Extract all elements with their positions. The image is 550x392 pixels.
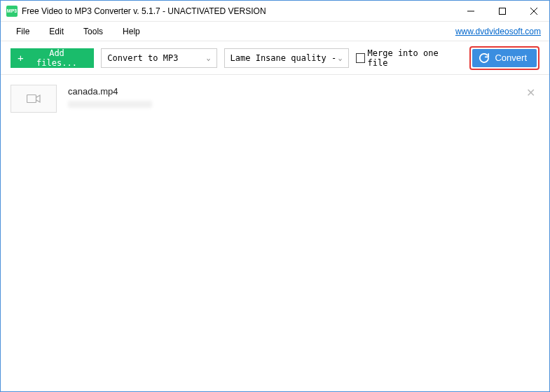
merge-checkbox[interactable]: Merge into one file [356, 48, 456, 68]
convert-button-highlight: Convert [469, 46, 539, 70]
close-button[interactable] [518, 1, 549, 22]
titlebar: MP3 Free Video to MP3 Converter v. 5.1.7… [1, 1, 549, 22]
file-thumbnail [11, 85, 57, 113]
menu-edit[interactable]: Edit [42, 24, 71, 39]
toolbar: + Add files... Convert to MP3 ⌄ Lame Ins… [1, 41, 549, 75]
file-row[interactable]: canada.mp4 ✕ [11, 82, 539, 115]
menu-file[interactable]: File [9, 24, 36, 39]
checkbox-icon [356, 53, 365, 63]
menu-tools[interactable]: Tools [76, 24, 110, 39]
app-icon: MP3 [6, 6, 18, 17]
svg-rect-4 [27, 95, 36, 103]
chevron-down-icon: ⌄ [207, 54, 211, 62]
svg-rect-1 [499, 8, 505, 14]
plus-icon: + [18, 52, 24, 63]
quality-dropdown[interactable]: Lame Insane quality - 32 ⌄ [224, 48, 349, 68]
menu-help[interactable]: Help [116, 24, 147, 39]
refresh-icon [479, 53, 489, 63]
file-info: canada.mp4 [68, 85, 539, 108]
window-title: Free Video to MP3 Converter v. 5.1.7 - U… [22, 6, 266, 16]
chevron-down-icon: ⌄ [338, 54, 343, 62]
maximize-button[interactable] [486, 1, 518, 22]
close-icon: ✕ [526, 87, 535, 99]
format-label: Convert to MP3 [107, 53, 206, 63]
convert-label: Convert [495, 52, 527, 63]
menubar: File Edit Tools Help www.dvdvideosoft.co… [1, 22, 549, 41]
quality-label: Lame Insane quality - 32 [231, 53, 338, 63]
add-files-button[interactable]: + Add files... [11, 48, 94, 68]
merge-label: Merge into one file [368, 48, 456, 68]
add-files-label: Add files... [29, 48, 84, 68]
window-controls [455, 1, 549, 22]
file-list: canada.mp4 ✕ [1, 75, 549, 122]
site-link[interactable]: www.dvdvideosoft.com [455, 27, 541, 36]
file-name: canada.mp4 [68, 86, 539, 97]
minimize-button[interactable] [455, 1, 486, 22]
convert-button[interactable]: Convert [472, 49, 537, 67]
format-dropdown[interactable]: Convert to MP3 ⌄ [101, 48, 216, 68]
file-subinfo [68, 101, 152, 108]
remove-file-button[interactable]: ✕ [522, 86, 539, 100]
